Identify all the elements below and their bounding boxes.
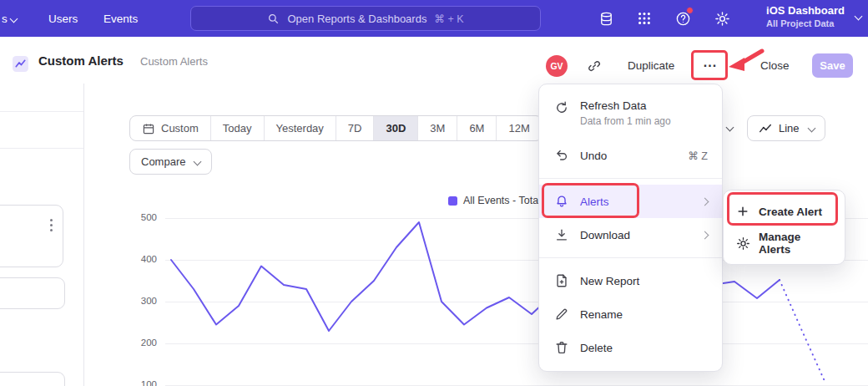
settings-gear-icon[interactable]	[714, 10, 730, 27]
compare-label: Compare	[141, 155, 185, 168]
menu-item-alerts[interactable]: Alerts	[539, 185, 722, 218]
menu-item-label: Refresh Data	[580, 99, 647, 112]
chevron-down-icon	[194, 158, 202, 166]
date-range-yesterday[interactable]: Yesterday	[264, 116, 336, 140]
menu-item-subtitle: Data from 1 min ago	[580, 115, 671, 127]
submenu-item-label: Manage Alerts	[759, 231, 833, 256]
compare-button[interactable]: Compare	[129, 149, 212, 175]
trash-icon	[553, 340, 569, 356]
sidebar-card[interactable]	[0, 372, 65, 386]
y-axis-label: 300	[130, 296, 157, 306]
project-selector[interactable]: iOS Dashboard All Project Data	[766, 4, 861, 28]
sidebar-card[interactable]	[0, 205, 63, 267]
chart-type-label: Line	[779, 122, 800, 135]
date-range-segmented-control: Custom Today Yesterday 7D 30D 3M 6M 12M	[129, 115, 542, 141]
global-search-input[interactable]: Open Reports & Dashboards ⌘ + K	[190, 6, 541, 31]
date-range-12m[interactable]: 12M	[496, 116, 541, 140]
chart-type-button[interactable]: Line	[747, 115, 825, 141]
menu-item-delete[interactable]: Delete	[539, 331, 722, 364]
date-range-today[interactable]: Today	[210, 116, 264, 140]
date-range-label: Custom	[161, 122, 199, 135]
date-range-custom[interactable]: Custom	[130, 116, 210, 140]
menu-item-label: Alerts	[580, 196, 609, 208]
report-type-icon[interactable]	[12, 55, 29, 76]
menu-item-undo[interactable]: Undo ⌘ Z	[539, 139, 722, 172]
breadcrumb[interactable]: Custom Alerts	[140, 55, 208, 68]
alerts-submenu: Create Alert Manage Alerts	[723, 190, 845, 265]
calendar-icon	[142, 122, 155, 135]
menu-item-new-report[interactable]: New Report	[539, 264, 722, 297]
menu-item-label: New Report	[580, 275, 639, 287]
date-range-7d[interactable]: 7D	[336, 116, 374, 140]
date-range-6m[interactable]: 6M	[457, 116, 496, 140]
search-shortcut: ⌘ + K	[434, 13, 463, 25]
menu-divider	[539, 178, 722, 179]
y-axis-label: 200	[130, 338, 157, 348]
app-screen: s Users Events Open Reports & Dashboards…	[0, 0, 868, 386]
close-button[interactable]: Close	[760, 59, 790, 72]
plus-icon	[735, 204, 750, 219]
report-title: Custom Alerts	[38, 53, 124, 68]
chevron-down-icon	[807, 124, 815, 133]
menu-item-label: Rename	[580, 308, 623, 321]
sidebar-row-divider	[0, 148, 83, 149]
chevron-right-icon	[701, 231, 709, 239]
data-management-icon[interactable]	[598, 10, 614, 27]
chevron-right-icon	[701, 197, 709, 206]
legend-label: All Events - Total	[463, 195, 541, 206]
top-navbar: s Users Events Open Reports & Dashboards…	[0, 0, 868, 37]
chevron-down-icon	[9, 14, 18, 23]
notification-dot	[686, 7, 694, 14]
chart-legend[interactable]: All Events - Total	[448, 195, 541, 206]
y-axis-label: 500	[130, 212, 157, 222]
menu-divider	[539, 257, 722, 258]
search-placeholder: Open Reports & Dashboards	[287, 13, 426, 25]
bell-icon	[553, 194, 569, 210]
y-axis-label: 100	[130, 379, 157, 386]
nav-item-partial[interactable]: s	[2, 0, 17, 37]
partially-hidden-dropdown-chevron-icon[interactable]	[726, 124, 734, 132]
menu-item-refresh-data[interactable]: Refresh Data Data from 1 min ago	[539, 91, 722, 139]
nav-item-partial-label: s	[2, 13, 8, 25]
menu-item-label: Delete	[580, 342, 613, 354]
search-icon	[267, 13, 280, 25]
share-link-icon[interactable]	[587, 58, 602, 77]
gear-icon	[735, 236, 750, 251]
kebab-menu-icon[interactable]	[50, 219, 53, 231]
report-options-menu: Refresh Data Data from 1 min ago Undo ⌘ …	[538, 84, 723, 372]
sidebar-divider	[83, 84, 84, 386]
avatar[interactable]: GV	[546, 55, 568, 77]
menu-item-rename[interactable]: Rename	[539, 297, 722, 331]
date-range-3m[interactable]: 3M	[417, 116, 457, 140]
menu-item-label: Download	[580, 229, 630, 241]
pencil-icon	[553, 307, 569, 323]
apps-grid-icon[interactable]	[636, 10, 653, 27]
project-title: iOS Dashboard	[766, 4, 845, 17]
sidebar-card[interactable]	[0, 277, 65, 309]
save-button[interactable]: Save	[812, 53, 853, 78]
sidebar-row-divider	[0, 111, 83, 112]
keyboard-shortcut: ⌘ Z	[688, 150, 708, 162]
report-header: Custom Alerts Custom Alerts GV Duplicate…	[0, 37, 868, 84]
more-options-button[interactable]: ...	[698, 55, 723, 70]
submenu-item-manage-alerts[interactable]: Manage Alerts	[724, 227, 845, 259]
refresh-icon	[553, 99, 569, 115]
nav-item-users[interactable]: Users	[48, 0, 78, 37]
date-range-30d[interactable]: 30D	[373, 116, 417, 140]
undo-icon	[553, 148, 569, 164]
submenu-item-label: Create Alert	[759, 206, 822, 218]
legend-swatch	[448, 196, 457, 206]
download-icon	[553, 227, 569, 243]
menu-item-download[interactable]: Download	[539, 218, 722, 251]
chevron-down-icon	[855, 13, 863, 21]
nav-item-events[interactable]: Events	[103, 0, 138, 37]
y-axis-label: 400	[130, 254, 157, 264]
new-report-icon	[553, 273, 569, 289]
submenu-item-create-alert[interactable]: Create Alert	[724, 196, 845, 227]
menu-item-label: Undo	[580, 150, 607, 162]
duplicate-button[interactable]: Duplicate	[628, 59, 674, 72]
line-chart-icon	[758, 121, 773, 136]
project-subtitle: All Project Data	[766, 18, 845, 28]
